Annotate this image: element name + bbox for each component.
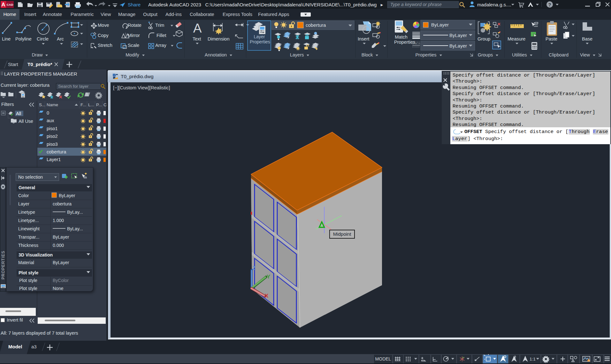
svg-text:Z: Z xyxy=(252,265,256,271)
svg-text:Y: Y xyxy=(267,274,271,280)
svg-text:Midpoint: Midpoint xyxy=(333,231,352,237)
svg-text:A: A xyxy=(1,2,5,8)
svg-text:?: ? xyxy=(548,2,551,7)
svg-text:1:1: 1:1 xyxy=(530,357,536,361)
svg-text:Share: Share xyxy=(128,2,141,7)
svg-text:X: X xyxy=(265,293,269,299)
svg-text:A: A xyxy=(193,21,202,35)
svg-text:Type a keyword or phrase: Type a keyword or phrase xyxy=(390,2,442,7)
svg-text:CAD: CAD xyxy=(7,3,13,6)
